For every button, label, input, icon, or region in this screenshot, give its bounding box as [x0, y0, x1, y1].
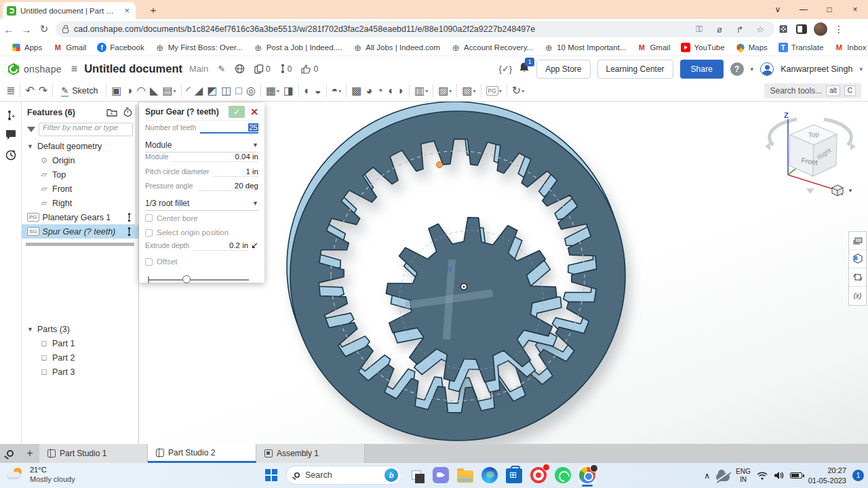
- share-button[interactable]: Share: [680, 60, 724, 79]
- chamfer-icon[interactable]: ◢: [193, 84, 205, 98]
- user-avatar[interactable]: [760, 62, 774, 76]
- root-fillet-dropdown[interactable]: 1/3 root fillet ▼: [145, 197, 258, 211]
- main-menu-hamburger-icon[interactable]: ≡: [71, 63, 77, 75]
- window-menu-icon[interactable]: ∨: [765, 0, 791, 19]
- url-bar[interactable]: cad.onshape.com/documents/b1c8246ef7616c…: [56, 21, 774, 37]
- bookmark-all-jobs-indeed-com[interactable]: ⊕All Jobs | Indeed.com: [348, 41, 445, 54]
- dialog-cancel-button[interactable]: ✕: [250, 106, 258, 117]
- tree-item-top-plane[interactable]: ▱ Top: [22, 167, 138, 182]
- forward-button[interactable]: →: [18, 24, 35, 35]
- eye-blocked-icon[interactable]: ø: [712, 24, 727, 35]
- sweep-icon[interactable]: ◠: [134, 84, 148, 98]
- modify-fillet-icon[interactable]: ◕: [363, 84, 374, 98]
- section-view-button[interactable]: [849, 250, 866, 268]
- side-panel-icon[interactable]: [796, 24, 807, 34]
- taskbar-search[interactable]: Search b: [286, 466, 401, 485]
- dropdown-caret-icon[interactable]: ▾: [425, 88, 428, 94]
- workspace-branch[interactable]: Main: [189, 64, 208, 74]
- flip-direction-icon[interactable]: ↙: [251, 240, 258, 250]
- rollback-history-icon[interactable]: [123, 107, 133, 117]
- add-element-button[interactable]: +: [20, 444, 39, 463]
- tab-close-icon[interactable]: ×: [122, 5, 132, 16]
- bookmark-inbox-38-monika[interactable]: MInbox (38) - monika...: [829, 41, 868, 54]
- search-tools-input[interactable]: Search tools... alt C: [764, 83, 861, 98]
- offset-row[interactable]: Offset: [145, 255, 258, 270]
- back-button[interactable]: ←: [0, 24, 18, 35]
- rollback-bar[interactable]: [26, 243, 134, 246]
- revolve-icon[interactable]: ◑: [123, 84, 134, 98]
- appearance-panel-button[interactable]: [849, 232, 866, 250]
- taskbar-clock[interactable]: 20:27 01-05-2023: [808, 466, 846, 485]
- panel-scrollbar[interactable]: [135, 104, 138, 226]
- move-face-icon[interactable]: ◖: [385, 84, 396, 98]
- surface-tools-icon[interactable]: ▥▾: [412, 84, 430, 98]
- feedback-code-icon[interactable]: {✓}: [499, 64, 513, 74]
- slider-track[interactable]: [148, 279, 249, 281]
- extensions-puzzle-icon[interactable]: ⚄: [774, 24, 792, 35]
- tree-item-planetary-gears[interactable]: PG Planetary Gears 1: [22, 210, 138, 224]
- rotate-right-icon[interactable]: [850, 142, 856, 150]
- user-menu-caret-icon[interactable]: ▾: [859, 66, 863, 73]
- copies-count[interactable]: 0: [254, 64, 271, 74]
- notifications-bell[interactable]: 1: [519, 62, 530, 76]
- fillet-icon[interactable]: ◜: [184, 84, 193, 98]
- slider-knob[interactable]: [182, 275, 191, 283]
- element-tab-part-studio-1[interactable]: Part Studio 1: [39, 444, 148, 463]
- bookmark-facebook[interactable]: fFacebook: [92, 41, 149, 54]
- draft-icon[interactable]: ◩: [205, 84, 219, 98]
- user-name[interactable]: Kanwarpreet Singh: [781, 64, 852, 74]
- module-input[interactable]: 0.04 in: [172, 152, 258, 162]
- linear-pattern-icon[interactable]: ▦▾: [264, 84, 281, 98]
- wifi-icon[interactable]: [757, 472, 768, 480]
- view-options-menu[interactable]: ▼: [831, 184, 853, 197]
- tree-item-front-plane[interactable]: ▱ Front: [22, 182, 138, 196]
- extrude-depth-input[interactable]: 0.2 in: [193, 241, 248, 251]
- tree-item-part-1[interactable]: ◻ Part 1: [22, 336, 138, 350]
- help-caret-icon[interactable]: ▾: [751, 66, 754, 73]
- tree-group-default-geometry[interactable]: ▼ Default geometry: [22, 139, 138, 153]
- help-button[interactable]: ?: [730, 62, 744, 76]
- bookmark-youtube[interactable]: YouTube: [676, 41, 729, 54]
- bookmark-post-a-job-indeed[interactable]: ⊕Post a Job | Indeed....: [249, 41, 347, 54]
- search-elements-button[interactable]: [0, 444, 20, 463]
- named-views-button[interactable]: [849, 268, 866, 287]
- dropdown-caret-icon[interactable]: ▾: [521, 88, 524, 94]
- edge-button[interactable]: [480, 466, 499, 485]
- hole-icon[interactable]: ◎: [244, 84, 258, 98]
- new-tab-button[interactable]: +: [145, 3, 161, 18]
- feature-list-toggle-icon[interactable]: ≣: [4, 84, 17, 98]
- share-icon[interactable]: ↱: [732, 24, 747, 35]
- tree-group-parts[interactable]: ▼ Parts (3): [22, 322, 138, 336]
- teams-chat-button[interactable]: [431, 466, 450, 485]
- start-button[interactable]: [262, 466, 281, 485]
- center-bore-checkbox[interactable]: [145, 214, 153, 222]
- history-clock-icon[interactable]: [5, 149, 17, 161]
- browser-menu-dots-icon[interactable]: ⋮: [830, 24, 848, 35]
- tree-item-right-plane[interactable]: ▱ Right: [22, 196, 138, 210]
- tree-item-spur-gear[interactable]: SG Spur Gear (? teeth): [22, 224, 138, 239]
- window-minimize-button[interactable]: —: [791, 0, 816, 19]
- undo-icon[interactable]: ↶: [23, 84, 36, 98]
- dropdown-caret-icon[interactable]: ▾: [449, 88, 452, 94]
- split-icon[interactable]: ◒: [313, 84, 323, 98]
- boolean-icon[interactable]: ◐: [302, 84, 313, 98]
- delete-part-icon[interactable]: ▩: [349, 84, 363, 98]
- pressure-angle-input[interactable]: 20 deg: [197, 182, 258, 191]
- teeth-input[interactable]: 25: [200, 123, 258, 134]
- microsoft-store-button[interactable]: [505, 466, 524, 485]
- element-tab-part-studio-2[interactable]: Part Studio 2: [148, 444, 256, 463]
- transform-icon[interactable]: ↻▾: [510, 84, 526, 98]
- chevron-down-icon[interactable]: ▼: [27, 326, 34, 333]
- new-folder-icon[interactable]: +: [106, 108, 117, 117]
- curve-tools-icon[interactable]: ▨▾: [436, 84, 454, 98]
- center-bore-row[interactable]: Center bore: [145, 211, 258, 226]
- tree-item-origin[interactable]: ⊙ Origin: [22, 153, 138, 167]
- sheet-metal-tools-icon[interactable]: ▧▾: [460, 84, 477, 98]
- bookmark-maps[interactable]: Maps: [731, 41, 772, 54]
- loft-icon[interactable]: ◣: [148, 84, 160, 98]
- chevron-down-icon[interactable]: ▼: [27, 143, 34, 150]
- rib-icon[interactable]: ◫: [219, 84, 233, 98]
- delete-face-icon[interactable]: ◔: [374, 84, 385, 98]
- language-indicator[interactable]: ENG IN: [736, 468, 751, 484]
- battery-icon[interactable]: [790, 472, 802, 479]
